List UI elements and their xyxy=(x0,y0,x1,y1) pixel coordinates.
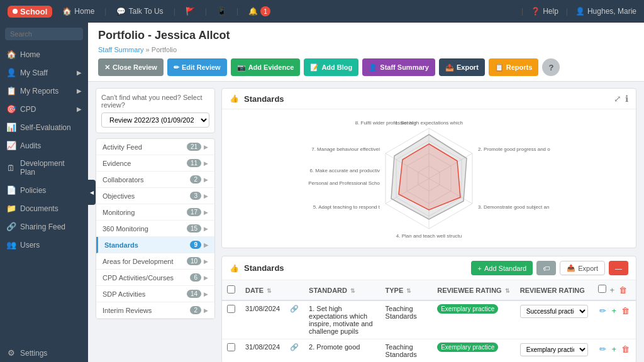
left-nav-item-areas-for-development[interactable]: Areas for Development10▶ xyxy=(96,253,214,270)
sidebar-collapse-button[interactable]: ◀ xyxy=(88,180,96,205)
breadcrumb-staff-summary[interactable]: Staff Summary xyxy=(98,46,144,53)
left-nav-item-monitoring[interactable]: Monitoring17▶ xyxy=(96,204,214,221)
chart-expand-button[interactable]: ⤢ xyxy=(614,94,621,104)
link-icon[interactable]: 🔗 xyxy=(290,305,299,312)
camera-icon: 📷 xyxy=(237,63,246,72)
row-date: 31/08/2024 xyxy=(240,300,285,339)
left-nav-item-activity-feed[interactable]: Activity Feed21▶ xyxy=(96,139,214,155)
left-nav-item-count: 17 xyxy=(187,208,201,216)
main-layout: 🏠 Home 👤 My Staff ▶ 📋 My Reports ▶ 🎯 CPD… xyxy=(0,23,644,362)
nav-notifications[interactable]: 🔔 1 xyxy=(248,6,270,16)
nav-sep-6: | xyxy=(566,7,568,16)
search-input[interactable] xyxy=(5,28,83,40)
sidebar-item-label: My Staff xyxy=(20,69,48,77)
th-link xyxy=(285,280,304,300)
nav-sep-2: | xyxy=(174,7,175,16)
sidebar-item-policies[interactable]: 📄 Policies xyxy=(0,181,88,199)
review-select-dropdown[interactable]: Review 2022/23 (01/09/2020 - 31/08/2024) xyxy=(101,112,209,128)
right-panel: 👍 Standards ⤢ ℹ xyxy=(221,88,636,362)
th-reviewee-rating: REVIEWEE RATING ⇅ xyxy=(432,280,515,300)
reports-button[interactable]: 📋 Reports xyxy=(489,58,539,76)
left-nav-item-standards[interactable]: Standards9▶ xyxy=(96,237,214,253)
row-delete-button[interactable]: 🗑 xyxy=(620,305,631,317)
sidebar-item-cpd[interactable]: 🎯 CPD ▶ xyxy=(0,100,88,118)
nav-user[interactable]: 👤 Hughes, Marie xyxy=(575,7,636,16)
row-checkbox[interactable] xyxy=(227,343,235,351)
add-blog-button[interactable]: 📝 Add Blog xyxy=(304,58,358,76)
help-button[interactable]: ? xyxy=(542,58,560,76)
svg-text:Personal and Professional Scho: Personal and Professional Scho xyxy=(308,180,380,186)
select-all-checkbox[interactable] xyxy=(227,285,235,293)
left-nav-item-label: Areas for Development xyxy=(103,258,174,265)
sort-icon-standard[interactable]: ⇅ xyxy=(350,288,355,294)
tag-button[interactable]: 🏷 xyxy=(536,261,556,275)
chevron-down-icon-cpd: ▶ xyxy=(77,106,82,112)
nav-help[interactable]: ❓ Help xyxy=(531,7,558,16)
sidebar-item-settings[interactable]: ⚙ Settings xyxy=(0,344,88,362)
link-icon[interactable]: 🔗 xyxy=(290,343,299,351)
table-row: 31/08/2024 🔗 1. Set high expectations wh… xyxy=(222,300,636,339)
left-nav-item-interim-reviews[interactable]: Interim Reviews2▶ xyxy=(96,302,214,319)
standards-collapse-button[interactable]: — xyxy=(609,261,628,275)
row-edit-button[interactable]: ✏ xyxy=(598,305,608,317)
sidebar-item-audits[interactable]: 📈 Audits xyxy=(0,136,88,155)
add-standard-button[interactable]: + Add Standard xyxy=(471,261,533,275)
row-delete-button[interactable]: 🗑 xyxy=(620,343,631,355)
staff-summary-button[interactable]: 👤 Staff Summary xyxy=(362,58,435,76)
chevron-right-icon: ▶ xyxy=(204,160,208,167)
top-navigation: School 🏠 Home | 💬 Talk To Us | 🚩 | 📱 | 🔔… xyxy=(0,0,644,23)
left-nav-item-objectives[interactable]: Objectives3▶ xyxy=(96,188,214,204)
settings-icon: ⚙ xyxy=(6,348,16,358)
standards-table-body: 31/08/2024 🔗 1. Set high expectations wh… xyxy=(222,300,636,362)
left-nav-item-label: SDP Activities xyxy=(103,290,145,298)
left-nav-item-count: 9 xyxy=(190,241,201,249)
left-nav-item-360-monitoring[interactable]: 360 Monitoring15▶ xyxy=(96,221,214,237)
left-nav-item-sdp-activities[interactable]: SDP Activities14▶ xyxy=(96,286,214,302)
row-checkbox[interactable] xyxy=(227,305,235,313)
sidebar-item-my-reports[interactable]: 📋 My Reports ▶ xyxy=(0,82,88,100)
row-reviewer-rating: Successful practice xyxy=(515,300,594,339)
left-nav-item-cpd-activities/courses[interactable]: CPD Activities/Courses6▶ xyxy=(96,270,214,286)
sidebar-item-documents[interactable]: 📁 Documents xyxy=(0,199,88,217)
row-type: Teaching Standards xyxy=(380,300,433,339)
sidebar-item-label: CPD xyxy=(20,105,36,114)
sort-icon-date[interactable]: ⇅ xyxy=(267,288,272,294)
sidebar-item-self-evaluation[interactable]: 📊 Self-Evaluation xyxy=(0,118,88,136)
export-button[interactable]: 📤 Export xyxy=(439,58,485,76)
chart-info-button[interactable]: ℹ xyxy=(625,94,628,104)
nav-talk-to-us[interactable]: 💬 Talk To Us xyxy=(116,7,163,16)
sidebar-item-home[interactable]: 🏠 Home xyxy=(0,45,88,63)
sidebar-item-development-plan[interactable]: 🗓 Development Plan xyxy=(0,155,88,181)
left-nav: Activity Feed21▶Evidence11▶Collaborators… xyxy=(96,138,215,319)
header-del-btn[interactable]: 🗑 xyxy=(618,284,628,296)
left-panel: Can't find what you need? Select review?… xyxy=(96,88,215,362)
reviewer-rating-select[interactable]: Exemplary practice xyxy=(520,343,589,356)
header-add-btn[interactable]: + xyxy=(608,284,616,296)
left-nav-item-collaborators[interactable]: Collaborators2▶ xyxy=(96,172,214,188)
close-review-button[interactable]: ✕ Close Review xyxy=(98,58,164,76)
reviewer-rating-select[interactable]: Successful practice xyxy=(520,305,589,318)
sidebar-item-sharing-feed[interactable]: 🔗 Sharing Feed xyxy=(0,217,88,236)
documents-icon: 📁 xyxy=(6,204,16,213)
svg-text:4. Plan and teach well structu: 4. Plan and teach well structu xyxy=(396,233,462,239)
sort-icon-reviewee[interactable]: ⇅ xyxy=(505,288,510,294)
row-actions-cell: ✏ + 🗑 xyxy=(593,339,636,363)
edit-review-button[interactable]: ✏ Edit Review xyxy=(167,58,227,76)
table-header: DATE ⇅ STANDARD ⇅ TYPE xyxy=(222,280,636,300)
sidebar-item-users[interactable]: 👥 Users xyxy=(0,236,88,254)
brand-logo[interactable]: School xyxy=(8,6,52,18)
nav-home[interactable]: 🏠 Home xyxy=(62,7,94,16)
nav-icon-1[interactable]: 🚩 xyxy=(186,7,195,16)
left-nav-item-count: 2 xyxy=(190,175,201,184)
header-checkbox-2[interactable] xyxy=(598,285,606,293)
th-standard: STANDARD ⇅ xyxy=(304,280,380,300)
sort-icon-type[interactable]: ⇅ xyxy=(406,288,411,294)
nav-icon-2[interactable]: 📱 xyxy=(217,7,226,16)
row-edit-button[interactable]: ✏ xyxy=(598,343,608,355)
add-evidence-button[interactable]: 📷 Add Evidence xyxy=(231,58,301,76)
sidebar-item-my-staff[interactable]: 👤 My Staff ▶ xyxy=(0,63,88,82)
row-add-button[interactable]: + xyxy=(610,343,618,355)
standards-export-button[interactable]: 📤 Export xyxy=(560,261,605,275)
left-nav-item-evidence[interactable]: Evidence11▶ xyxy=(96,155,214,172)
row-add-button[interactable]: + xyxy=(610,305,618,317)
